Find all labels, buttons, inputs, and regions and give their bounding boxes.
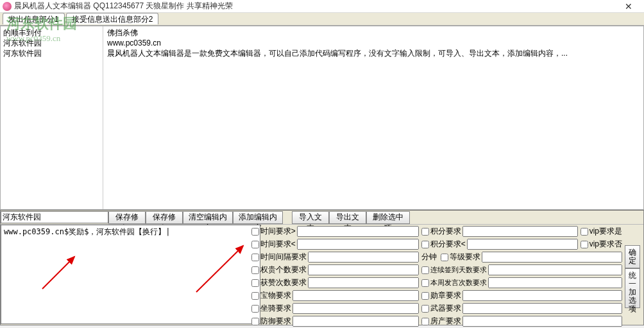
unify-add-button[interactable]: 统一加选项	[625, 268, 640, 308]
editor-textarea[interactable]	[1, 225, 260, 324]
delete-selected-button[interactable]: 删除选中项	[366, 211, 410, 224]
clear-button[interactable]: 清空编辑内容	[183, 211, 233, 224]
upper-panel: 的顺丰到付 河东软件园 河东软件园 佛挡杀佛 www.pc0359.cn 晨风机…	[0, 26, 644, 210]
bottom-area: 添加奖励 添加换行 增加一行 生物要求元 5 禁言随机 -- 添加宝物要求 奖励…	[1, 225, 643, 324]
lower-panel: 保存修改！ 保存修改2 清空编辑内容 添加编辑内容 导入文本 导出文本 删除选中…	[0, 210, 644, 325]
content-line: www.pc0359.cn	[107, 38, 641, 48]
tab-send-part1[interactable]: 发出信息部分1	[3, 13, 65, 24]
list-item[interactable]: 的顺丰到付	[3, 28, 100, 38]
level-check[interactable]	[441, 254, 448, 261]
interval-input[interactable]	[308, 252, 419, 263]
vip-yes-check[interactable]	[580, 228, 588, 236]
list-item[interactable]: 河东软件园	[3, 38, 100, 48]
week-msg-input[interactable]	[488, 277, 622, 288]
defense-check[interactable]	[251, 318, 259, 325]
requirement-options: 时间要求> 积分要求vip要求是 确定 统一加选项 时间要求< 积分要求<vip…	[250, 225, 643, 324]
content-line: 晨风机器人文本编辑器是一款免费文本编辑器，可以自己添加代码编写程序，没有文字输入…	[107, 48, 641, 58]
time-lt-input[interactable]	[297, 239, 419, 250]
week-msg-check[interactable]	[421, 279, 429, 287]
score-req-input[interactable]	[462, 226, 578, 237]
time-lt-check[interactable]	[251, 241, 259, 248]
toolbar: 保存修改！ 保存修改2 清空编辑内容 添加编辑内容 导入文本 导出文本 删除选中…	[1, 211, 643, 225]
weapon-input[interactable]	[462, 303, 622, 314]
editor-col	[1, 225, 106, 324]
noble-count-input[interactable]	[308, 264, 419, 275]
interval-check[interactable]	[251, 254, 259, 261]
treasure-check[interactable]	[251, 292, 259, 300]
checkin-input[interactable]	[488, 264, 622, 275]
medal-check[interactable]	[421, 292, 429, 300]
left-list[interactable]: 的顺丰到付 河东软件园 河东软件园	[1, 26, 103, 209]
save2-button[interactable]: 保存修改2	[146, 211, 183, 224]
time-gt-check[interactable]	[251, 228, 259, 236]
noble-count-check[interactable]	[251, 266, 259, 274]
weapon-check[interactable]	[421, 305, 429, 313]
vip-no-check[interactable]	[580, 241, 588, 248]
right-content: 佛挡杀佛 www.pc0359.cn 晨风机器人文本编辑器是一款免费文本编辑器，…	[105, 26, 643, 209]
app-icon	[3, 2, 12, 11]
list-item[interactable]: 河东软件园	[3, 48, 100, 58]
close-icon[interactable]: ✕	[616, 1, 641, 12]
save1-button[interactable]: 保存修改！	[108, 211, 146, 224]
treasure-input[interactable]	[292, 290, 419, 301]
score-lt-check[interactable]	[421, 241, 429, 248]
import-button[interactable]: 导入文本	[292, 211, 329, 224]
medal-input[interactable]	[462, 290, 622, 301]
house-check[interactable]	[421, 318, 429, 325]
window-title: 晨风机器人文本编辑器 QQ112345677 天狼星制作 共享精神光荣	[14, 1, 616, 12]
mount-check[interactable]	[251, 305, 259, 313]
confirm-button[interactable]: 确定	[625, 245, 640, 268]
time-gt-input[interactable]	[297, 226, 419, 237]
score-lt-input[interactable]	[467, 239, 578, 250]
mount-input[interactable]	[292, 303, 419, 314]
defense-input[interactable]	[292, 316, 419, 327]
level-input[interactable]	[482, 252, 622, 263]
score-req-check[interactable]	[421, 228, 429, 236]
likes-input[interactable]	[308, 277, 419, 288]
tab-receive-part2[interactable]: 接受信息送出信息部分2	[66, 13, 159, 24]
checkin-check[interactable]	[421, 266, 429, 274]
house-input[interactable]	[462, 316, 622, 327]
content-line: 佛挡杀佛	[107, 28, 641, 38]
export-button[interactable]: 导出文本	[329, 211, 366, 224]
tabs-row: 发出信息部分1 接受信息送出信息部分2	[0, 13, 644, 26]
name-input[interactable]	[1, 211, 108, 223]
add-edit-button[interactable]: 添加编辑内容	[233, 211, 283, 224]
likes-check[interactable]	[251, 279, 259, 287]
